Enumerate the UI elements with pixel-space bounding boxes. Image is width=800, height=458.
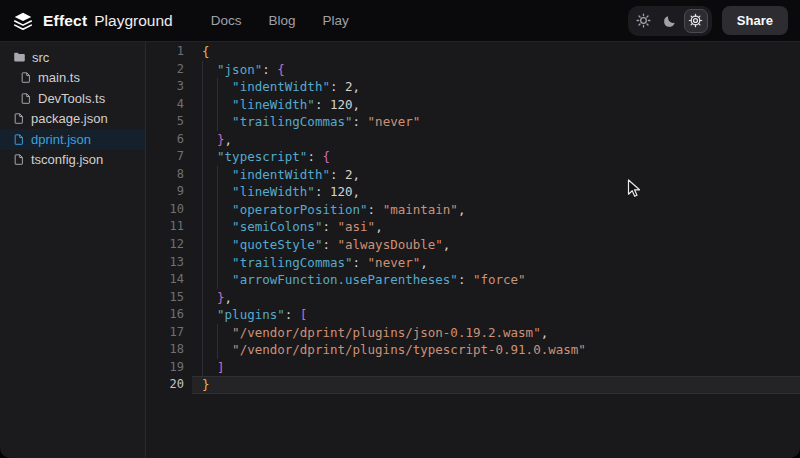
sidebar-item-main-ts[interactable]: main.ts [0,68,145,89]
line-number: 18 [146,341,192,359]
file-name: src [32,50,49,65]
code-line[interactable]: 19 ] [146,359,800,377]
sidebar-item-dprint-json[interactable]: dprint.json [0,129,145,150]
code-text: "indentWidth": 2, [192,166,800,184]
code-line[interactable]: 14 "arrowFunction.useParentheses": "forc… [146,271,800,289]
theme-option-system[interactable] [684,9,708,33]
main-nav: Docs Blog Play [211,13,349,28]
file-icon [13,153,25,166]
code-text: { [192,43,800,61]
line-number: 12 [146,236,192,254]
effect-logo-icon [12,10,34,32]
line-number: 16 [146,306,192,324]
nav-link-blog[interactable]: Blog [268,13,295,28]
sidebar-item-src[interactable]: src [0,47,145,68]
code-text: "typescript": { [192,148,800,166]
code-line[interactable]: 7 "typescript": { [146,148,800,166]
theme-option-dark[interactable] [658,9,682,33]
code-line[interactable]: 1{ [146,43,800,61]
code-text: "quoteStyle": "alwaysDouble", [192,236,800,254]
sun-icon [636,13,651,28]
sidebar-item-package-json[interactable]: package.json [0,109,145,130]
code-line[interactable]: 10 "operatorPosition": "maintain", [146,201,800,219]
sidebar-item-DevTools-ts[interactable]: DevTools.ts [0,88,145,109]
file-icon [20,92,32,105]
code-line[interactable]: 15 }, [146,289,800,307]
folder-icon [13,51,26,64]
line-number: 20 [146,376,192,394]
code-text: "/vendor/dprint/plugins/typescript-0.91.… [192,341,800,359]
file-name: package.json [31,111,108,126]
code-line[interactable]: 20} [146,376,800,394]
file-name: dprint.json [31,132,91,147]
moon-icon [663,14,677,28]
line-number: 6 [146,131,192,149]
code-line[interactable]: 11 "semiColons": "asi", [146,218,800,236]
code-text: "trailingCommas": "never" [192,113,800,131]
code-text: "indentWidth": 2, [192,78,800,96]
line-number: 10 [146,201,192,219]
code-text: "/vendor/dprint/plugins/json-0.19.2.wasm… [192,324,800,342]
line-number: 5 [146,113,192,131]
code-text: "lineWidth": 120, [192,183,800,201]
line-number: 17 [146,324,192,342]
code-line[interactable]: 16 "plugins": [ [146,306,800,324]
effect-playground-app: Effect Playground Docs Blog Play [0,0,800,458]
file-tree: srcmain.tsDevTools.tspackage.jsondprint.… [0,42,146,458]
line-number: 14 [146,271,192,289]
code-text: "trailingCommas": "never", [192,254,800,272]
code-line[interactable]: 4 "lineWidth": 120, [146,96,800,114]
code-text: ] [192,359,800,377]
main-content: srcmain.tsDevTools.tspackage.jsondprint.… [0,42,800,458]
header: Effect Playground Docs Blog Play [0,0,800,42]
code-lines: 1{2 "json": {3 "indentWidth": 2,4 "lineW… [146,42,800,394]
line-number: 1 [146,43,192,61]
file-name: DevTools.ts [38,91,105,106]
code-line[interactable]: 5 "trailingCommas": "never" [146,113,800,131]
code-line[interactable]: 3 "indentWidth": 2, [146,78,800,96]
file-name: main.ts [38,70,80,85]
brand[interactable]: Effect Playground [12,10,173,32]
file-icon [13,133,25,146]
file-icon [13,112,25,125]
code-line[interactable]: 2 "json": { [146,61,800,79]
line-number: 15 [146,289,192,307]
brand-name: Effect [43,12,87,30]
file-name: tsconfig.json [31,152,103,167]
code-line[interactable]: 17 "/vendor/dprint/plugins/json-0.19.2.w… [146,324,800,342]
code-text: "operatorPosition": "maintain", [192,201,800,219]
share-button[interactable]: Share [722,6,788,35]
theme-toggle [628,6,712,36]
line-number: 3 [146,78,192,96]
code-line[interactable]: 13 "trailingCommas": "never", [146,254,800,272]
line-number: 9 [146,183,192,201]
code-text: } [192,376,800,394]
code-text: }, [192,289,800,307]
line-number: 7 [146,148,192,166]
code-text: "json": { [192,61,800,79]
line-number: 2 [146,61,192,79]
gear-icon [688,13,703,28]
code-text: "semiColons": "asi", [192,218,800,236]
code-text: "lineWidth": 120, [192,96,800,114]
line-number: 8 [146,166,192,184]
nav-link-docs[interactable]: Docs [211,13,242,28]
line-number: 13 [146,254,192,272]
code-line[interactable]: 18 "/vendor/dprint/plugins/typescript-0.… [146,341,800,359]
sidebar-item-tsconfig-json[interactable]: tsconfig.json [0,150,145,171]
code-line[interactable]: 12 "quoteStyle": "alwaysDouble", [146,236,800,254]
header-actions: Share [628,6,788,36]
line-number: 11 [146,218,192,236]
code-text: }, [192,131,800,149]
theme-option-light[interactable] [632,9,656,33]
brand-subtitle: Playground [94,12,172,30]
code-line[interactable]: 9 "lineWidth": 120, [146,183,800,201]
line-number: 4 [146,96,192,114]
editor[interactable]: 1{2 "json": {3 "indentWidth": 2,4 "lineW… [146,42,800,458]
code-text: "plugins": [ [192,306,800,324]
code-line[interactable]: 6 }, [146,131,800,149]
code-line[interactable]: 8 "indentWidth": 2, [146,166,800,184]
nav-link-play[interactable]: Play [322,13,348,28]
line-number: 19 [146,359,192,377]
file-icon [20,71,32,84]
